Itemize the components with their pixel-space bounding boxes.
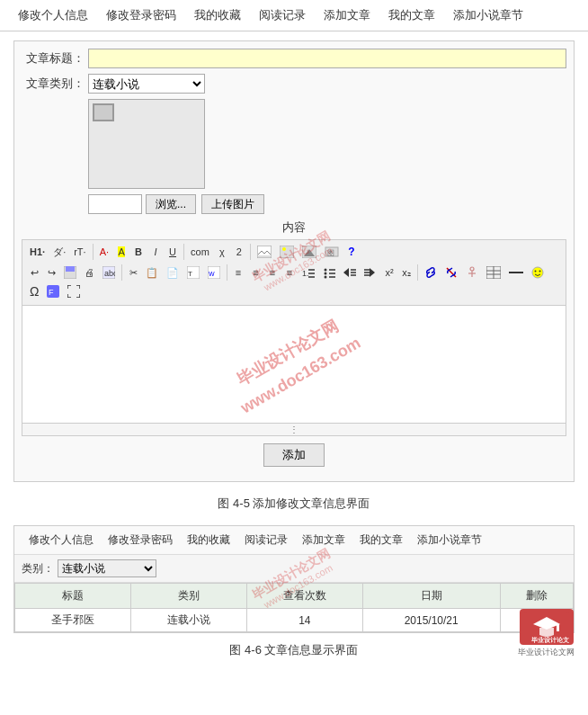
upload-row: 浏览... 上传图片 bbox=[88, 194, 566, 214]
toolbar-font-color[interactable]: A· bbox=[96, 243, 112, 261]
toolbar-paste-text[interactable]: T bbox=[183, 264, 203, 282]
add-btn-row: 添加 bbox=[22, 443, 566, 467]
filter-select[interactable]: 连载小说 原创小说 散文 其他 bbox=[58, 559, 156, 577]
toolbar-undo[interactable]: ↩ bbox=[26, 264, 42, 282]
nav-edit-profile[interactable]: 修改个人信息 bbox=[9, 5, 97, 25]
category-select[interactable]: 连载小说 原创小说 散文 其他 bbox=[88, 74, 205, 94]
svg-rect-49 bbox=[557, 624, 559, 631]
toolbar-font-size[interactable]: ダ· bbox=[49, 243, 69, 261]
article-form-section: 毕业设计论文网 www.doc163.com 文章标题： 文章类别： 连载小说 … bbox=[13, 40, 575, 482]
sep2 bbox=[183, 244, 184, 260]
toolbar-highlight[interactable]: A bbox=[113, 243, 129, 261]
toolbar-paste[interactable]: 📄 bbox=[163, 264, 183, 282]
toolbar-bold[interactable]: B bbox=[130, 243, 147, 261]
browse-button[interactable]: 浏览... bbox=[146, 194, 196, 214]
editor-watermark: 毕业设计论文网 www.doc163.com bbox=[22, 306, 566, 423]
toolbar-underline[interactable]: U bbox=[165, 243, 181, 261]
nav-change-password[interactable]: 修改登录密码 bbox=[97, 5, 185, 25]
nav-read-history[interactable]: 阅读记录 bbox=[250, 5, 315, 25]
toolbar-flash[interactable]: F bbox=[43, 282, 63, 300]
toolbar-indent-out[interactable] bbox=[340, 264, 360, 282]
toolbar-print[interactable]: 🖨 bbox=[81, 264, 98, 282]
s2-nav-edit-profile[interactable]: 修改个人信息 bbox=[22, 531, 101, 550]
toolbar-fullscreen[interactable] bbox=[64, 282, 84, 300]
toolbar-ul[interactable] bbox=[319, 264, 339, 282]
editor-content[interactable]: 毕业设计论文网 www.doc163.com bbox=[22, 306, 566, 423]
svg-point-42 bbox=[532, 267, 543, 278]
toolbar-paste-word[interactable]: W bbox=[204, 264, 224, 282]
toolbar-img3[interactable] bbox=[298, 243, 320, 261]
svg-rect-2 bbox=[280, 246, 294, 258]
image-area bbox=[22, 99, 566, 189]
toolbar-align-justify[interactable]: ≡ bbox=[281, 264, 298, 282]
s2-nav-favorites[interactable]: 我的收藏 bbox=[180, 531, 237, 550]
s2-nav-add-chapter[interactable]: 添加小说章节 bbox=[410, 531, 489, 550]
sep5 bbox=[227, 264, 227, 281]
toolbar-special-char[interactable]: Ω bbox=[26, 282, 42, 300]
content-label: 内容 bbox=[22, 219, 566, 236]
toolbar-h1[interactable]: H1· bbox=[26, 243, 49, 261]
col-header-views: 查看次数 bbox=[246, 584, 362, 609]
sep1 bbox=[93, 244, 94, 260]
articles-table: 标题 类别 查看次数 日期 删除 圣手邪医 连载小说 14 2015/10/21… bbox=[14, 583, 574, 632]
main-container: 毕业设计论文网 www.doc163.com 文章标题： 文章类别： 连载小说 … bbox=[0, 31, 588, 667]
toolbar-superscript[interactable]: x² bbox=[381, 264, 397, 282]
toolbar-save[interactable] bbox=[60, 264, 80, 282]
logo-text: 毕业设计论文网 bbox=[518, 647, 575, 658]
toolbar-chi[interactable]: χ bbox=[214, 243, 230, 261]
logo-svg: 毕业设计论文网 bbox=[524, 612, 569, 643]
toolbar-subscript[interactable]: x₂ bbox=[398, 264, 414, 282]
toolbar-cut[interactable]: ✂ bbox=[125, 264, 141, 282]
top-navigation: 修改个人信息 修改登录密码 我的收藏 阅读记录 添加文章 我的文章 添加小说章节 bbox=[0, 0, 588, 31]
svg-point-44 bbox=[539, 271, 541, 273]
toolbar-spell[interactable]: abc bbox=[99, 264, 119, 282]
toolbar-2[interactable]: 2 bbox=[231, 243, 247, 261]
s2-nav-add-article[interactable]: 添加文章 bbox=[295, 531, 352, 550]
toolbar-anchor[interactable] bbox=[462, 264, 482, 282]
toolbar-hr[interactable] bbox=[505, 264, 527, 282]
editor-wm-line2: www.doc163.com bbox=[236, 330, 366, 420]
s2-nav-read-history[interactable]: 阅读记录 bbox=[237, 531, 295, 550]
editor-wm-line1: 毕业设计论文网 bbox=[222, 308, 352, 398]
s2-nav-my-articles[interactable]: 我的文章 bbox=[352, 531, 410, 550]
s2-nav-change-password[interactable]: 修改登录密码 bbox=[101, 531, 180, 550]
sep6 bbox=[417, 264, 418, 281]
sep3 bbox=[250, 244, 251, 260]
toolbar-table[interactable] bbox=[483, 264, 504, 282]
toolbar-indent-in[interactable] bbox=[361, 264, 380, 282]
svg-text:T: T bbox=[188, 270, 192, 278]
toolbar-img4[interactable]: 图 bbox=[321, 243, 343, 261]
toolbar-align-center[interactable]: ≡ bbox=[247, 264, 263, 282]
toolbar-redo[interactable]: ↪ bbox=[43, 264, 59, 282]
toolbar-align-right[interactable]: ≡ bbox=[264, 264, 281, 282]
nav-favorites[interactable]: 我的收藏 bbox=[185, 5, 250, 25]
nav-add-article[interactable]: 添加文章 bbox=[315, 5, 379, 25]
nav-my-articles[interactable]: 我的文章 bbox=[379, 5, 444, 25]
editor-area[interactable]: 毕业设计论文网 www.doc163.com ⋮ bbox=[22, 306, 566, 436]
toolbar-align-left[interactable]: ≡ bbox=[230, 264, 246, 282]
toolbar-smiley[interactable] bbox=[528, 264, 548, 282]
editor-resize-handle[interactable]: ⋮ bbox=[22, 423, 566, 435]
col-header-delete: 删除 bbox=[500, 584, 573, 609]
toolbar-img1[interactable] bbox=[254, 243, 275, 261]
toolbar-row-2: ↩ ↪ 🖨 abc ✂ 📋 📄 T W bbox=[26, 264, 562, 300]
toolbar-img2[interactable] bbox=[276, 243, 298, 261]
svg-point-3 bbox=[282, 247, 286, 251]
file-path-input[interactable] bbox=[88, 194, 142, 214]
article-title-input[interactable] bbox=[88, 49, 566, 68]
category-label: 文章类别： bbox=[22, 76, 85, 92]
toolbar-copy[interactable]: 📋 bbox=[142, 264, 162, 282]
title-row: 文章标题： bbox=[22, 49, 566, 68]
add-article-button[interactable]: 添加 bbox=[263, 443, 325, 467]
nav-add-chapter[interactable]: 添加小说章节 bbox=[444, 5, 532, 25]
toolbar-rt[interactable]: rT· bbox=[70, 243, 89, 261]
toolbar-help[interactable]: ? bbox=[343, 243, 360, 261]
upload-button[interactable]: 上传图片 bbox=[201, 194, 264, 214]
toolbar-unlink[interactable] bbox=[441, 264, 461, 282]
toolbar-link[interactable] bbox=[421, 264, 441, 282]
toolbar-italic[interactable]: I bbox=[147, 243, 164, 261]
toolbar-ol[interactable]: 1. bbox=[298, 264, 318, 282]
toolbar-special1[interactable]: com bbox=[187, 243, 213, 261]
image-placeholder-icon bbox=[93, 103, 114, 121]
toolbar-row-1: H1· ダ· rT· A· A B I U com χ 2 bbox=[26, 243, 562, 261]
